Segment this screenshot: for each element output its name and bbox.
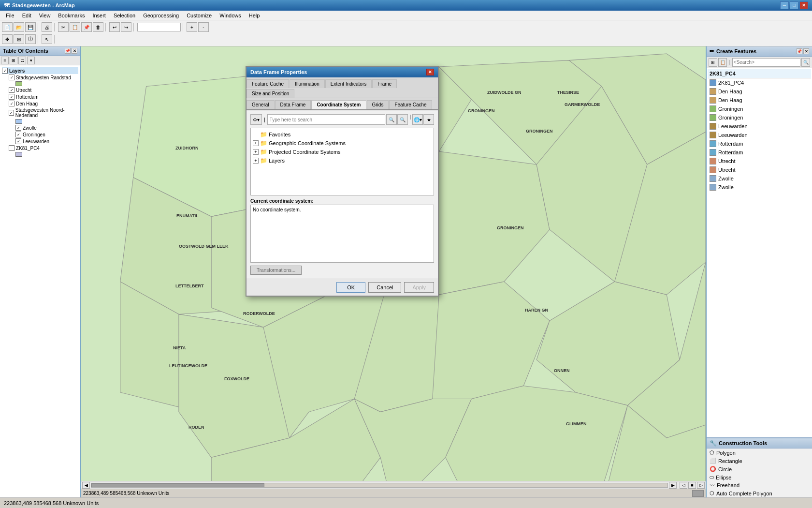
layers-checkbox[interactable]: ✓ [2, 68, 8, 74]
feature-groningen[interactable]: Groningen [708, 105, 811, 113]
delete-button[interactable]: 🗑 [93, 22, 103, 32]
construct-circle[interactable]: ⭕ Circle [707, 465, 812, 473]
toc-detail-view-button[interactable]: ⊞ [10, 57, 17, 64]
map-nav2[interactable]: ■ [688, 482, 696, 489]
menu-edit[interactable]: Edit [18, 12, 35, 19]
redo-button[interactable]: ↪ [121, 22, 131, 32]
construct-polygon[interactable]: ⬠ Polygon [707, 448, 812, 457]
menu-customize[interactable]: Customize [183, 12, 216, 19]
maximize-button[interactable]: □ [790, 1, 798, 9]
tab-size-position[interactable]: Size and Position [246, 89, 294, 98]
tab-feature-cache[interactable]: Feature Cache [246, 79, 289, 88]
open-button[interactable]: 📂 [14, 22, 24, 32]
zoom-in-button[interactable]: + [187, 22, 197, 32]
transformations-button[interactable]: Transformations... [250, 266, 302, 275]
tab-grids[interactable]: Feature Cache [389, 100, 432, 109]
tab-illumination[interactable]: Grids [367, 100, 389, 109]
cs-globe-button[interactable]: 🌐▾ [412, 114, 423, 125]
map-area[interactable]: GRONINGEN GRONINGEN GRONINGEN GRONINGEN … [81, 46, 706, 497]
feature-rotterdam[interactable]: Rotterdam [708, 139, 811, 148]
cs-geo-expand[interactable]: + [253, 140, 259, 146]
toc-zk81-item[interactable]: ZK81_PC4 [9, 145, 78, 151]
feature-utrecht2[interactable]: Utrecht [708, 165, 811, 174]
tab-frame[interactable]: Frame [372, 79, 397, 88]
map-hscroll-thumb[interactable] [91, 483, 264, 487]
zwolle-checkbox[interactable]: ✓ [15, 125, 21, 131]
menu-selection[interactable]: Selection [110, 12, 139, 19]
undo-button[interactable]: ↩ [109, 22, 120, 32]
map-hscroll-track[interactable] [91, 483, 668, 488]
cs-proj-expand[interactable]: + [253, 149, 259, 155]
search-input[interactable] [732, 58, 800, 67]
cs-projected-item[interactable]: + 📁 Projected Coordinate Systems [253, 148, 432, 156]
feature-rotterdam2[interactable]: Rotterdam [708, 148, 811, 157]
right-panel-pin[interactable]: 📌 [797, 48, 802, 54]
feature-2k81[interactable]: 2K81_PC4 [708, 78, 811, 87]
toc-options-button[interactable]: ▾ [27, 57, 35, 64]
ok-button[interactable]: OK [336, 282, 365, 293]
map-scroll-right[interactable]: ▶ [669, 482, 677, 489]
scale-combo[interactable] [137, 23, 181, 31]
map-scroll-left[interactable]: ◀ [82, 482, 90, 489]
features-toolbar-btn2[interactable]: 📋 [718, 58, 727, 67]
feature-utrecht[interactable]: Utrecht [708, 157, 811, 165]
groningen-checkbox[interactable]: ✓ [15, 132, 21, 137]
copy-button[interactable]: 📋 [70, 22, 80, 32]
toc-zwolle-item[interactable]: ✓ Zwolle [15, 124, 78, 131]
menu-view[interactable]: View [35, 12, 55, 19]
feature-leeuwarden[interactable]: Leeuwarden [708, 122, 811, 131]
feature-denhaag[interactable]: Den Haag [708, 87, 811, 96]
toc-source-view-button[interactable]: 🗂 [18, 57, 26, 64]
cs-geographic-item[interactable]: + 📁 Geographic Coordinate Systems [253, 139, 432, 148]
zk81-checkbox[interactable] [9, 145, 14, 151]
paste-button[interactable]: 📌 [81, 22, 92, 32]
toc-pin-button[interactable]: 📌 [65, 48, 71, 54]
toc-layers-item[interactable]: ✓ Layers [2, 67, 78, 74]
cs-search-input[interactable] [267, 114, 386, 125]
denhaag-checkbox[interactable]: ✓ [9, 101, 14, 106]
cut-button[interactable]: ✂ [58, 22, 69, 32]
tab-data-frame[interactable]: Data Frame [275, 100, 311, 109]
zoom-extent-button[interactable]: ⊞ [14, 34, 24, 44]
feature-zwolle2[interactable]: Zwolle [708, 183, 811, 192]
construct-freehand[interactable]: 〰 Freehand [707, 481, 812, 489]
toc-utrecht-item[interactable]: ✓ Utrecht [9, 87, 78, 93]
right-panel-close[interactable]: ✕ [803, 48, 809, 54]
identify-button[interactable]: ⓘ [25, 34, 36, 44]
leeuwarden-checkbox[interactable]: ✓ [15, 138, 21, 144]
randstad-checkbox[interactable]: ✓ [9, 75, 14, 80]
toc-noord-item[interactable]: ✓ Stadsgewesten Noord-Nederland [9, 107, 78, 119]
feature-leeuwarden2[interactable]: Leeuwarden [708, 131, 811, 139]
cancel-button[interactable]: Cancel [368, 282, 401, 293]
tab-annotation-groups[interactable]: Illumination [290, 79, 325, 88]
menu-file[interactable]: File [2, 12, 18, 19]
menu-help[interactable]: Help [245, 12, 264, 19]
cs-filter2-button[interactable]: 🔍 [397, 114, 408, 125]
construct-auto-complete[interactable]: ⬡ Auto Complete Polygon [707, 489, 812, 497]
feature-denhaag2[interactable]: Den Haag [708, 96, 811, 105]
close-button[interactable]: ✕ [799, 1, 808, 9]
utrecht-checkbox[interactable]: ✓ [9, 87, 14, 93]
feature-zwolle[interactable]: Zwolle [708, 174, 811, 183]
search-button[interactable]: 🔍 [801, 58, 810, 67]
toc-close-button[interactable]: ✕ [72, 48, 77, 54]
construct-ellipse[interactable]: ⬭ Ellipse [707, 473, 812, 481]
toc-randstad-item[interactable]: ✓ Stadsgewesten Randstad [9, 74, 78, 81]
minimize-button[interactable]: ─ [780, 1, 789, 9]
zoom-out-button[interactable]: - [198, 22, 209, 32]
cs-filter-button[interactable]: ⚙▾ [250, 114, 262, 125]
noord-checkbox[interactable]: ✓ [9, 110, 14, 116]
tab-coordinate-system[interactable]: Coordinate System [311, 100, 366, 109]
toc-list-view-button[interactable]: ≡ [1, 57, 9, 64]
cs-search-button[interactable]: 🔍 [386, 114, 397, 125]
map-nav3[interactable]: ▷ [697, 482, 705, 489]
toc-denhaag-item[interactable]: ✓ Den Haag [9, 100, 78, 107]
toc-leeuwarden-item[interactable]: ✓ Leeuwarden [15, 138, 78, 145]
cs-favorites-item[interactable]: 📁 Favorites [253, 130, 432, 139]
map-nav1[interactable]: ◁ [680, 482, 687, 489]
pan-button[interactable]: ✥ [2, 34, 13, 44]
features-toolbar-btn1[interactable]: ⊞ [709, 58, 717, 67]
rotterdam-checkbox[interactable]: ✓ [9, 94, 14, 100]
menu-geoprocessing[interactable]: Geoprocessing [139, 12, 183, 19]
menu-insert[interactable]: Insert [88, 12, 110, 19]
